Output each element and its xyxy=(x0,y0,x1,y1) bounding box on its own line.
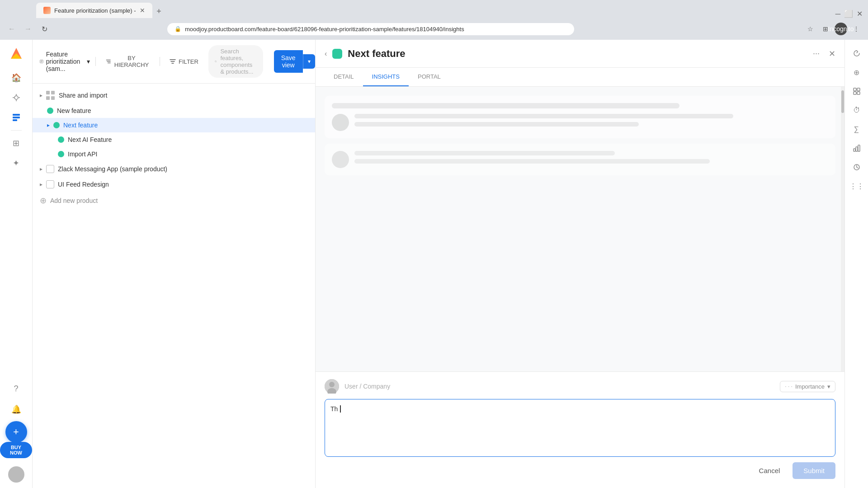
minimize-btn[interactable]: ─ xyxy=(835,10,840,18)
right-icon-refresh2[interactable] xyxy=(849,159,865,175)
board-breadcrumb[interactable]: Feature prioritization (sam... ▾ xyxy=(40,51,90,72)
form-actions: Cancel Submit xyxy=(325,462,835,479)
buy-now-button[interactable]: BUY NOW xyxy=(0,442,32,458)
feature-name-next-ai: Next AI Feature xyxy=(68,136,112,143)
browser-addressbar: ← → ↻ 🔒 moodjoy.productboard.com/feature… xyxy=(0,18,868,40)
user-company-input[interactable]: User / Company xyxy=(344,383,774,390)
sidebar-nav-bell[interactable]: 🔔 xyxy=(7,400,25,418)
feature-item-next-ai[interactable]: Next AI Feature xyxy=(33,132,315,147)
importance-label: Importance xyxy=(795,383,825,390)
tab-close-btn[interactable]: ✕ xyxy=(140,7,145,14)
window-close-btn[interactable]: ✕ xyxy=(857,9,863,18)
feature-item-import-api[interactable]: Import API xyxy=(33,147,315,161)
search-placeholder: Search features, components & products..… xyxy=(220,48,256,75)
tab-detail[interactable]: DETAIL xyxy=(325,68,363,86)
sidebar-nav-help[interactable]: ? xyxy=(7,380,25,398)
scrollbar-track xyxy=(841,87,844,371)
svg-rect-24 xyxy=(857,88,860,91)
text-cursor xyxy=(340,405,341,413)
search-bar[interactable]: Search features, components & products..… xyxy=(208,45,263,78)
right-icon-chart[interactable] xyxy=(849,140,865,156)
app-logo[interactable] xyxy=(8,45,24,61)
right-icon-add[interactable]: ⊕ xyxy=(849,64,865,80)
incognito-badge: Incognito xyxy=(835,23,847,35)
scrollbar-thumb[interactable] xyxy=(841,90,844,113)
feature-name-next-feature: Next feature xyxy=(63,122,98,129)
feature-item-new-feature[interactable]: New feature xyxy=(33,103,315,118)
refresh-btn[interactable]: ↻ xyxy=(38,23,51,35)
hierarchy-btn[interactable]: BY HIERARCHY xyxy=(101,52,154,71)
filter-label: FILTER xyxy=(179,58,198,65)
svg-rect-26 xyxy=(857,92,860,94)
insight-text-area[interactable]: Th xyxy=(325,399,835,457)
detail-close-btn[interactable]: ✕ xyxy=(829,49,835,59)
zlack-group-header[interactable]: ▸ Zlack Messaging App (sample product) xyxy=(33,161,315,177)
address-bar[interactable]: 🔒 moodjoy.productboard.com/feature-board… xyxy=(167,23,574,35)
save-view-button[interactable]: Save view xyxy=(274,50,303,73)
insight-card-1 xyxy=(325,96,835,138)
url-text: moodjoy.productboard.com/feature-board/6… xyxy=(185,26,567,33)
sidebar-nav-features[interactable] xyxy=(7,89,25,107)
browser-tab-active[interactable]: Feature prioritization (sample) - ✕ xyxy=(36,3,152,18)
back-btn[interactable]: ← xyxy=(5,23,18,35)
browser-more-icon[interactable]: ⋮ xyxy=(850,23,863,35)
detail-content xyxy=(316,87,844,371)
importance-dots: · · · xyxy=(785,383,793,389)
svg-rect-10 xyxy=(13,119,17,121)
add-product-btn[interactable]: ⊕ Add new product xyxy=(33,192,315,209)
tab-insights[interactable]: INSIGHTS xyxy=(363,68,409,86)
user-avatar[interactable] xyxy=(8,466,24,483)
svg-rect-29 xyxy=(858,145,860,151)
svg-point-18 xyxy=(215,61,216,62)
right-icon-timer[interactable]: ⏱ xyxy=(849,102,865,118)
feature-item-next-feature[interactable]: ▸ Next feature xyxy=(33,118,315,132)
uifeed-expand-icon: ▸ xyxy=(40,181,42,188)
cancel-button[interactable]: Cancel xyxy=(752,462,788,479)
feature-panel: Feature prioritization (sam... ▾ BY HIER… xyxy=(33,40,316,488)
right-sidebar: ⊕ ⏱ ∑ ⋮⋮ xyxy=(844,40,868,488)
browser-right-icons: ☆ ⊞ Incognito ⋮ xyxy=(804,23,863,35)
sidebar-nav-board[interactable] xyxy=(7,108,25,127)
maximize-btn[interactable]: ⬜ xyxy=(844,9,853,18)
feature-dot-next-feature xyxy=(53,122,60,128)
sidebar-nav-sparkle[interactable]: ✦ xyxy=(7,154,25,172)
detail-feature-title: Next feature xyxy=(348,48,804,60)
detail-back-btn[interactable]: ‹ xyxy=(325,50,327,58)
save-view-dropdown-btn[interactable]: ▾ xyxy=(303,54,315,69)
submit-button[interactable]: Submit xyxy=(793,462,835,479)
detail-more-menu[interactable]: ··· xyxy=(809,47,823,60)
svg-point-21 xyxy=(329,382,335,387)
feature-group-share-import: ▸ Share and import New feature xyxy=(33,87,315,161)
uifeed-group-icon xyxy=(46,180,54,188)
feature-name-import-api: Import API xyxy=(68,150,97,158)
importance-selector[interactable]: · · · Importance ▾ xyxy=(780,381,835,392)
feature-group-header[interactable]: ▸ Share and import xyxy=(33,87,315,103)
main-toolbar: Feature prioritization (sam... ▾ BY HIER… xyxy=(33,40,315,84)
add-product-label: Add new product xyxy=(50,197,98,204)
new-tab-btn[interactable]: + xyxy=(152,5,166,18)
forward-btn[interactable]: → xyxy=(22,23,34,35)
feature-dot-next-ai xyxy=(58,136,64,143)
toolbar-sep-1 xyxy=(95,57,96,66)
sidebar-nav-home[interactable]: 🏠 xyxy=(7,69,25,87)
board-dropdown-icon[interactable]: ▾ xyxy=(87,58,90,65)
importance-dropdown-icon: ▾ xyxy=(827,383,830,390)
uifeed-group-header[interactable]: ▸ UI Feed Redesign xyxy=(33,177,315,192)
add-feature-button[interactable]: + xyxy=(5,421,27,443)
right-icon-sigma[interactable]: ∑ xyxy=(849,121,865,137)
tab-portal[interactable]: PORTAL xyxy=(409,68,450,86)
star-icon[interactable]: ☆ xyxy=(804,23,816,35)
insight-card-2 xyxy=(325,144,835,175)
filter-btn[interactable]: FILTER xyxy=(165,56,203,68)
right-icon-refresh[interactable] xyxy=(849,45,865,61)
nav-bottom: ? 🔔 12 days left BUY NOW + xyxy=(0,380,32,483)
form-area: User / Company · · · Importance ▾ Th Can… xyxy=(316,371,844,488)
right-icon-more[interactable]: ⋮⋮ xyxy=(849,178,865,194)
right-icon-grid[interactable] xyxy=(849,83,865,99)
sidebar-nav-settings[interactable]: ⊞ xyxy=(7,134,25,152)
add-product-icon: ⊕ xyxy=(40,196,47,206)
group-label-share-import: Share and import xyxy=(59,92,107,99)
save-view-container: Save view ▾ xyxy=(274,50,315,73)
svg-rect-9 xyxy=(13,117,20,118)
feature-group-uifeed: ▸ UI Feed Redesign xyxy=(33,177,315,192)
